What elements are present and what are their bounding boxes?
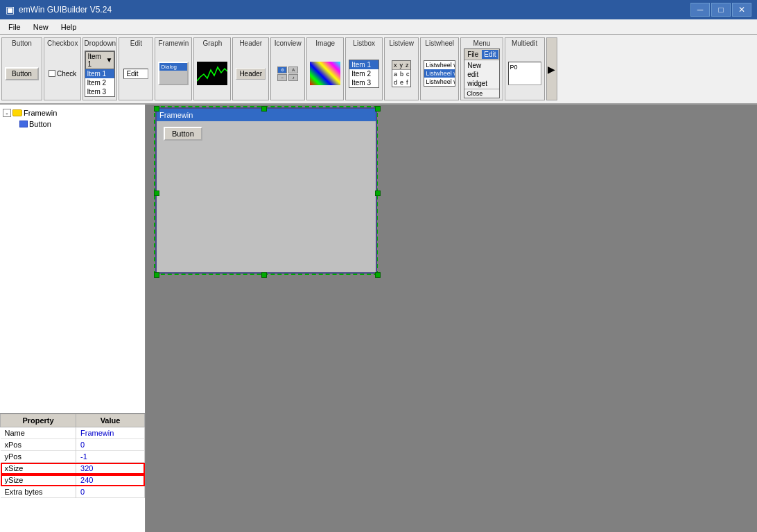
lw-item-2: Listwheel wi <box>424 69 455 78</box>
lv-col-z: z <box>406 62 409 69</box>
title-bar-left: ▣ emWin GUIBuilder V5.24 <box>6 4 112 15</box>
tree-view: - Framewin Button <box>0 105 145 414</box>
tree-node-framewin[interactable]: - Framewin <box>3 107 142 118</box>
menu-bar: File New Help <box>0 19 757 35</box>
toolbar-scroll-right[interactable]: ▶ <box>546 37 557 100</box>
prop-row-extra-bytes[interactable]: Extra bytes0 <box>1 486 145 498</box>
widget-menu[interactable]: Menu File Edit New edit widget Close <box>460 37 503 100</box>
framewin-canvas-widget[interactable]: Framewin Button <box>155 107 377 274</box>
prop-row-ysize[interactable]: ySize240 <box>1 475 145 486</box>
prop-row-xsize[interactable]: xSize320 <box>1 463 145 475</box>
prop-tbody: NameFramewinxPos0yPos-1xSize320ySize240E… <box>1 427 145 498</box>
widget-multiedit-label: Multiedit <box>512 39 537 47</box>
widget-iconview[interactable]: Iconview ⚙ A ~ ♪ <box>270 37 305 100</box>
close-button[interactable]: ✕ <box>732 3 751 17</box>
header-preview-btn: Header <box>236 68 266 80</box>
handle-mr[interactable] <box>375 190 381 196</box>
widget-icon <box>19 121 28 127</box>
menu-bar-items: File Edit <box>464 49 498 60</box>
widget-listbox[interactable]: Listbox Item 1 Item 2 Item 3 <box>345 37 383 100</box>
menu-edit-item: Edit <box>482 50 498 59</box>
framewin-preview: Dialog <box>158 62 189 85</box>
app-title: emWin GUIBuilder V5.24 <box>19 5 112 15</box>
widget-edit-label: Edit <box>130 39 142 47</box>
widget-header[interactable]: Header Header <box>232 37 269 100</box>
widget-framewin-label: Framewin <box>158 39 189 47</box>
menu-sub-widget: widget <box>465 79 498 88</box>
dropdown-header: Item 1 ▼ <box>85 51 114 69</box>
handle-tm[interactable] <box>261 106 267 112</box>
lv-cell-b: b <box>400 71 403 78</box>
listwheel-preview: Listwheel wi Listwheel wi Listwheel wi <box>424 60 455 87</box>
prop-value-5[interactable]: 0 <box>76 486 145 498</box>
lv-col-y: y <box>399 62 403 69</box>
prop-row-ypos[interactable]: yPos-1 <box>1 451 145 463</box>
icon-cell-1: ⚙ <box>277 66 287 73</box>
dropdown-selected: Item 1 <box>87 53 105 68</box>
dropdown-item-1: Item 1 <box>85 69 114 78</box>
handle-ml[interactable] <box>154 190 159 196</box>
prop-row-name[interactable]: NameFramewin <box>1 427 145 439</box>
menu-file[interactable]: File <box>3 21 26 33</box>
listbox-item-2: Item 2 <box>349 69 378 78</box>
dropdown-arrow: ▼ <box>105 56 112 64</box>
widget-listbox-preview: Item 1 Item 2 Item 3 <box>349 48 379 98</box>
framewin-preview-title: Dialog <box>159 63 187 71</box>
tree-expand-framewin[interactable]: - <box>3 109 11 117</box>
menu-sub-items: New edit widget <box>464 60 498 89</box>
icon-cell-2: A <box>288 66 298 73</box>
widget-framewin-preview: Dialog <box>158 48 189 98</box>
widget-dropdown[interactable]: Dropdown Item 1 ▼ Item 1 Item 2 Item 3 <box>82 37 117 100</box>
prop-row-xpos[interactable]: xPos0 <box>1 439 145 451</box>
menu-help[interactable]: Help <box>55 21 82 33</box>
toolbar: Button Button Checkbox Check Dropdown It… <box>0 35 757 105</box>
prop-property-2: yPos <box>1 451 76 463</box>
widget-listbox-label: Listbox <box>353 39 375 47</box>
lv-cell-f: f <box>406 79 408 86</box>
prop-property-1: xPos <box>1 439 76 451</box>
tree-node-button[interactable]: Button <box>3 118 142 130</box>
left-panel: - Framewin Button Property Value <box>0 105 146 532</box>
listbox-item-3: Item 3 <box>349 78 378 87</box>
widget-button[interactable]: Button Button <box>1 37 42 100</box>
widget-menu-label: Menu <box>473 39 490 47</box>
handle-tr[interactable] <box>375 106 381 112</box>
widget-image-label: Image <box>315 39 335 47</box>
lw-item-1: Listwheel wi <box>424 61 455 69</box>
handle-bl[interactable] <box>154 272 159 278</box>
handle-tl[interactable] <box>154 106 159 112</box>
maximize-button[interactable]: □ <box>711 3 731 17</box>
lv-col-x: x <box>394 62 397 69</box>
prop-value-0[interactable]: Framewin <box>76 427 145 439</box>
widget-listwheel[interactable]: Listwheel Listwheel wi Listwheel wi List… <box>420 37 459 100</box>
widget-button-preview: Button <box>5 48 39 98</box>
prop-value-2[interactable]: -1 <box>76 451 145 463</box>
widget-dropdown-preview: Item 1 ▼ Item 1 Item 2 Item 3 <box>85 48 115 98</box>
listview-preview: x y z a b c d e f <box>392 60 412 87</box>
widget-image[interactable]: Image <box>306 37 344 100</box>
widget-listview[interactable]: Listview x y z a b c d e f <box>384 37 419 100</box>
handle-br[interactable] <box>375 272 381 278</box>
menu-new[interactable]: New <box>28 21 54 33</box>
lv-cell-e: e <box>400 79 403 86</box>
widget-checkbox-label: Checkbox <box>47 39 78 47</box>
widget-iconview-label: Iconview <box>275 39 302 47</box>
prop-value-4[interactable]: 240 <box>76 475 145 486</box>
widget-multiedit[interactable]: Multiedit P0 <box>505 37 545 100</box>
canvas-area[interactable]: Framewin Button <box>146 105 757 532</box>
widget-checkbox[interactable]: Checkbox Check <box>44 37 81 100</box>
multiedit-preview: P0 <box>508 62 541 85</box>
widget-framewin[interactable]: Framewin Dialog <box>155 37 192 100</box>
handle-bm[interactable] <box>261 272 267 278</box>
widget-edit[interactable]: Edit Edit <box>119 37 153 100</box>
prop-value-3[interactable]: 320 <box>76 463 145 475</box>
widget-graph[interactable]: Graph <box>193 37 231 100</box>
prop-value-1[interactable]: 0 <box>76 439 145 451</box>
framewin-title-text: Framewin <box>159 111 193 119</box>
canvas-button[interactable]: Button <box>164 127 202 141</box>
icon-row-2: ~ ♪ <box>277 74 298 81</box>
minimize-button[interactable]: ─ <box>690 3 710 17</box>
dropdown-item-3: Item 3 <box>85 87 114 96</box>
app-icon: ▣ <box>6 4 15 15</box>
icon-cell-3: ~ <box>277 74 287 81</box>
